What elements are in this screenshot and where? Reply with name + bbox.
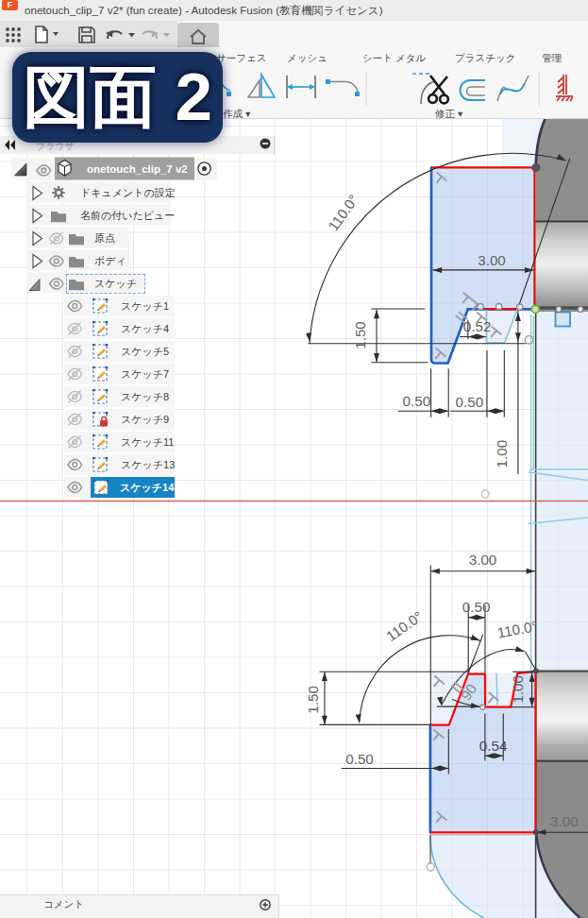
svg-text:0.50: 0.50	[462, 599, 491, 615]
svg-text:1.50: 1.50	[352, 321, 368, 349]
svg-text:3.00: 3.00	[550, 813, 579, 829]
svg-text:1.50: 1.50	[305, 686, 321, 714]
svg-text:1.00: 1.00	[494, 440, 510, 468]
svg-text:0.54: 0.54	[479, 738, 508, 754]
svg-text:3.00: 3.00	[478, 252, 506, 268]
svg-text:3.00: 3.00	[469, 552, 497, 568]
svg-text:0.50: 0.50	[345, 751, 374, 767]
svg-text:1.00: 1.00	[510, 675, 526, 704]
svg-text:0.50: 0.50	[456, 394, 484, 410]
svg-text:onetouch_clip_7 v2: onetouch_clip_7 v2	[87, 163, 188, 175]
svg-text:0.50: 0.50	[403, 393, 431, 409]
